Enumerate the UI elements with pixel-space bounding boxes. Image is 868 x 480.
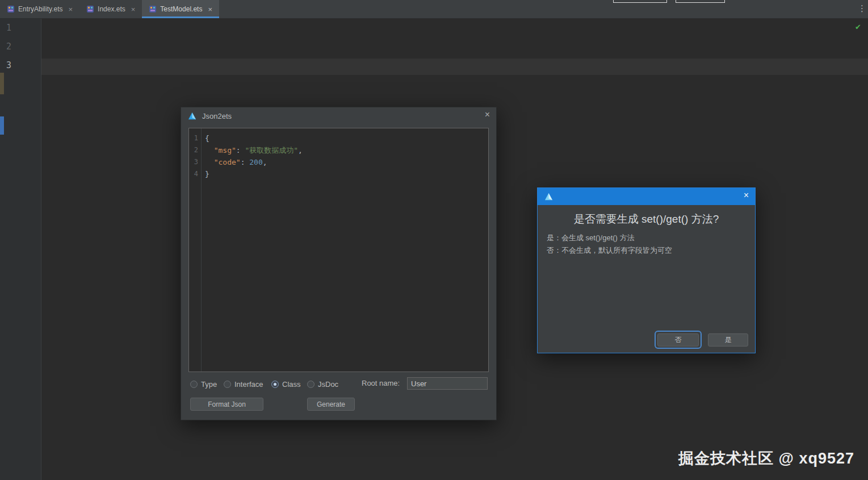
tab-close-icon[interactable]: ×: [68, 6, 73, 13]
inspection-ok-check-icon[interactable]: ✔: [855, 23, 861, 31]
tab-entryability[interactable]: EntryAbility.ets ×: [0, 0, 79, 18]
confirm-no-description: 否：不会生成，默认所有字段皆为可空: [547, 245, 672, 256]
code-line: {: [205, 132, 486, 144]
radio-class-selected[interactable]: Class: [271, 378, 301, 390]
root-name-input[interactable]: [407, 377, 488, 390]
tab-options-kebab-icon[interactable]: ⋮: [858, 3, 866, 14]
code-line: "code": 200,: [205, 156, 486, 168]
tab-label: Index.ets: [98, 5, 125, 13]
radio-interface[interactable]: Interface: [224, 378, 263, 390]
tab-label: TestModel.ets: [160, 5, 202, 13]
caret-line-highlight: [0, 59, 868, 75]
code-line: }: [205, 168, 486, 180]
toolbar-widget-cutoff[interactable]: [676, 0, 725, 3]
close-icon[interactable]: ×: [744, 191, 749, 200]
close-icon[interactable]: ×: [485, 110, 490, 119]
json2ets-logo-icon: [188, 112, 196, 120]
radio-circle-icon[interactable]: [307, 381, 315, 388]
watermark-text: 掘金技术社区 @ xq9527: [678, 448, 854, 469]
tab-testmodel-active[interactable]: TestModel.ets ×: [142, 0, 219, 18]
code-token: ,: [263, 158, 267, 166]
format-json-button[interactable]: Format Json: [190, 398, 263, 411]
vcs-change-marker: [0, 73, 4, 94]
dialog-title: Json2ets: [202, 112, 232, 120]
radio-label[interactable]: Type: [201, 380, 217, 389]
radio-label[interactable]: Class: [282, 380, 301, 389]
generate-button[interactable]: Generate: [307, 398, 355, 411]
tab-index[interactable]: Index.ets ×: [79, 0, 142, 18]
json-code: { "msg": "获取数据成功", "code": 200, }: [205, 132, 486, 180]
tab-label: EntryAbility.ets: [18, 5, 62, 13]
code-token: "code": [205, 158, 241, 166]
code-token: :: [241, 158, 250, 166]
ets-file-icon: [149, 5, 157, 13]
ets-file-icon: [7, 5, 15, 13]
setget-confirm-dialog: × 是否需要生成 set()/get() 方法? 是：会生成 set()/get…: [537, 187, 756, 353]
confirm-dialog-titlebar[interactable]: ×: [538, 188, 755, 205]
code-token: }: [205, 170, 209, 178]
confirm-question-title: 是否需要生成 set()/get() 方法?: [538, 212, 755, 227]
line-number: 2: [189, 144, 198, 156]
json2ets-dialog: Json2ets × 1 2 3 4 { "msg": "获取数据成功", "c…: [181, 107, 497, 420]
code-token: "获取数据成功": [245, 146, 298, 155]
line-number: 4: [189, 168, 198, 180]
json-input-editor[interactable]: 1 2 3 4 { "msg": "获取数据成功", "code": 200, …: [188, 128, 489, 372]
code-line: "msg": "获取数据成功",: [205, 144, 486, 156]
code-token: 200: [249, 158, 262, 166]
json2ets-logo-icon: [544, 193, 553, 201]
selection-marker: [0, 116, 4, 135]
radio-jsdoc[interactable]: JsDoc: [307, 378, 338, 390]
radio-circle-icon[interactable]: [224, 381, 231, 388]
json2ets-dialog-titlebar[interactable]: Json2ets ×: [181, 107, 496, 124]
radio-circle-icon[interactable]: [271, 381, 279, 388]
root-name-label: Root name:: [362, 379, 400, 387]
tab-close-icon[interactable]: ×: [208, 6, 212, 13]
radio-label[interactable]: Interface: [234, 380, 263, 389]
yes-button[interactable]: 是: [708, 333, 748, 347]
code-token: "msg": [205, 146, 236, 155]
code-token: ,: [298, 146, 303, 155]
toolbar-widget-cutoff[interactable]: [613, 0, 667, 3]
line-number: 3: [6, 56, 23, 75]
confirm-yes-description: 是：会生成 set()/get() 方法: [547, 233, 635, 243]
line-number: 1: [189, 132, 198, 144]
editor-tab-bar: EntryAbility.ets × Index.ets × TestModel…: [0, 0, 868, 19]
json-editor-gutter: 1 2 3 4: [189, 128, 202, 372]
radio-type[interactable]: Type: [190, 378, 217, 390]
ide-window: EntryAbility.ets × Index.ets × TestModel…: [0, 0, 868, 480]
radio-circle-icon[interactable]: [190, 381, 198, 388]
code-token: {: [205, 134, 209, 143]
line-number: 3: [189, 156, 198, 168]
editor-gutter: 1 2 3: [0, 19, 41, 480]
line-number: 2: [6, 37, 23, 56]
ets-file-icon: [86, 5, 94, 13]
no-button[interactable]: 否: [657, 333, 699, 347]
radio-label[interactable]: JsDoc: [318, 380, 338, 389]
tab-close-icon[interactable]: ×: [131, 6, 136, 13]
code-token: :: [236, 146, 245, 155]
line-number: 1: [6, 19, 23, 37]
